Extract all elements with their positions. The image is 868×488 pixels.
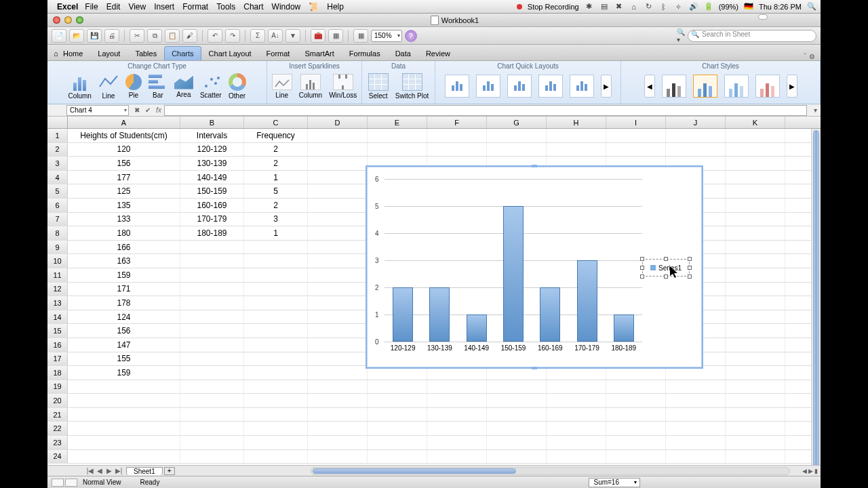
sort-button[interactable]: A↓ xyxy=(268,29,283,43)
cell[interactable]: 1 xyxy=(244,226,308,240)
cell[interactable] xyxy=(726,338,785,352)
row-header[interactable]: 1 xyxy=(47,129,68,142)
cell[interactable] xyxy=(180,436,244,449)
chart-bar[interactable] xyxy=(467,314,487,342)
name-box[interactable]: Chart 4 xyxy=(66,105,129,116)
quick-layout-option[interactable] xyxy=(507,75,532,98)
sparkline-line[interactable]: Line xyxy=(272,74,292,99)
cell[interactable] xyxy=(308,129,368,142)
chart-resize-handle[interactable] xyxy=(532,165,537,167)
cell[interactable] xyxy=(547,408,606,422)
tab-layout[interactable]: Layout xyxy=(90,46,127,60)
cell[interactable] xyxy=(726,241,785,254)
cell[interactable] xyxy=(308,394,368,407)
cell[interactable] xyxy=(606,380,666,394)
cell[interactable]: 170-179 xyxy=(180,213,244,226)
cell[interactable] xyxy=(427,143,487,157)
cell[interactable] xyxy=(68,450,180,464)
chart-bar[interactable] xyxy=(577,260,597,342)
cell[interactable] xyxy=(427,436,487,449)
cell[interactable] xyxy=(180,338,244,352)
cell[interactable] xyxy=(547,436,606,449)
cell[interactable] xyxy=(726,450,785,464)
embedded-chart[interactable]: 0123456 120-129130-139140-149150-159160-… xyxy=(366,165,703,369)
cell[interactable]: 156 xyxy=(68,324,180,338)
cut-button[interactable]: ✂ xyxy=(130,29,144,43)
cell[interactable] xyxy=(180,268,244,282)
cell[interactable] xyxy=(308,226,368,240)
menu-file[interactable]: File xyxy=(85,2,98,12)
cell[interactable] xyxy=(487,129,547,142)
cell[interactable] xyxy=(726,352,785,366)
page-layout-view-button[interactable] xyxy=(65,479,77,487)
cell[interactable] xyxy=(180,408,244,422)
cell[interactable] xyxy=(244,310,308,324)
wifi-icon[interactable]: ⟡ xyxy=(674,2,684,12)
cell[interactable] xyxy=(308,422,368,435)
spotlight-icon[interactable]: 🔍 xyxy=(807,2,816,12)
cell[interactable]: 2 xyxy=(244,143,308,157)
cell[interactable] xyxy=(308,310,368,324)
cell[interactable] xyxy=(606,436,666,449)
cell[interactable] xyxy=(68,380,180,394)
cell[interactable] xyxy=(308,171,368,184)
row-header[interactable]: 8 xyxy=(47,226,68,240)
cell[interactable] xyxy=(606,422,666,435)
cell[interactable] xyxy=(308,157,368,170)
input-flag-icon[interactable]: 🇩🇪 xyxy=(744,2,753,11)
chart-type-area[interactable]: Area xyxy=(174,75,193,98)
chart-style-option[interactable] xyxy=(724,75,749,98)
cell[interactable]: 140-149 xyxy=(180,171,244,184)
sparkline-column[interactable]: Column xyxy=(299,74,322,99)
cell[interactable]: Frequency xyxy=(244,129,308,142)
battery-icon[interactable]: 🔋 xyxy=(704,2,713,12)
cell[interactable]: 160-169 xyxy=(180,199,244,212)
cell[interactable] xyxy=(606,408,666,422)
quick-layout-option[interactable] xyxy=(445,75,469,98)
cell[interactable] xyxy=(244,338,308,352)
cell[interactable]: 133 xyxy=(68,213,180,226)
cell[interactable]: 120 xyxy=(68,143,180,157)
chart-style-option[interactable] xyxy=(755,75,780,98)
cell[interactable]: 159 xyxy=(68,366,180,380)
cell[interactable] xyxy=(180,422,244,435)
cell[interactable] xyxy=(726,143,785,157)
copy-button[interactable]: ⧉ xyxy=(147,29,162,43)
cell[interactable]: 163 xyxy=(68,254,180,268)
autosum-button[interactable]: Σ xyxy=(250,29,265,43)
column-header[interactable]: F xyxy=(427,117,487,128)
row-header[interactable]: 24 xyxy=(47,450,68,464)
script-menu-icon[interactable]: 📜 xyxy=(309,2,319,12)
row-header[interactable]: 15 xyxy=(47,324,68,338)
tray-icon[interactable]: ▤ xyxy=(599,2,609,12)
cell[interactable] xyxy=(68,422,180,435)
menu-edit[interactable]: Edit xyxy=(106,2,121,12)
chart-type-other[interactable]: Other xyxy=(229,73,246,100)
cell[interactable] xyxy=(308,268,368,282)
hsplit-icon[interactable]: ▮ xyxy=(814,468,818,474)
tab-chart-layout[interactable]: Chart Layout xyxy=(201,46,259,60)
cell[interactable] xyxy=(368,143,427,157)
cell[interactable] xyxy=(68,408,180,422)
cell[interactable] xyxy=(244,268,308,282)
cell[interactable] xyxy=(308,408,368,422)
quick-layout-option[interactable] xyxy=(570,75,594,98)
formula-accept-icon[interactable]: ✔ xyxy=(142,106,153,115)
cell[interactable] xyxy=(368,394,427,407)
row-header[interactable]: 22 xyxy=(47,422,68,435)
chart-bar[interactable] xyxy=(614,314,634,342)
cell[interactable]: 180 xyxy=(68,226,180,240)
cell[interactable] xyxy=(487,450,547,464)
chart-plot-area[interactable]: 0123456 xyxy=(384,179,642,342)
cell[interactable] xyxy=(308,283,368,296)
column-header[interactable]: E xyxy=(368,117,427,128)
cell[interactable]: 3 xyxy=(244,213,308,226)
cell[interactable] xyxy=(547,129,606,142)
cell[interactable] xyxy=(308,338,368,352)
print-button[interactable]: 🖨 xyxy=(104,29,119,43)
cell[interactable] xyxy=(244,366,308,380)
cell[interactable] xyxy=(726,184,785,198)
bluetooth-icon[interactable]: ᛒ xyxy=(659,2,669,12)
cell[interactable] xyxy=(244,436,308,449)
cell[interactable]: 120-129 xyxy=(180,143,244,157)
